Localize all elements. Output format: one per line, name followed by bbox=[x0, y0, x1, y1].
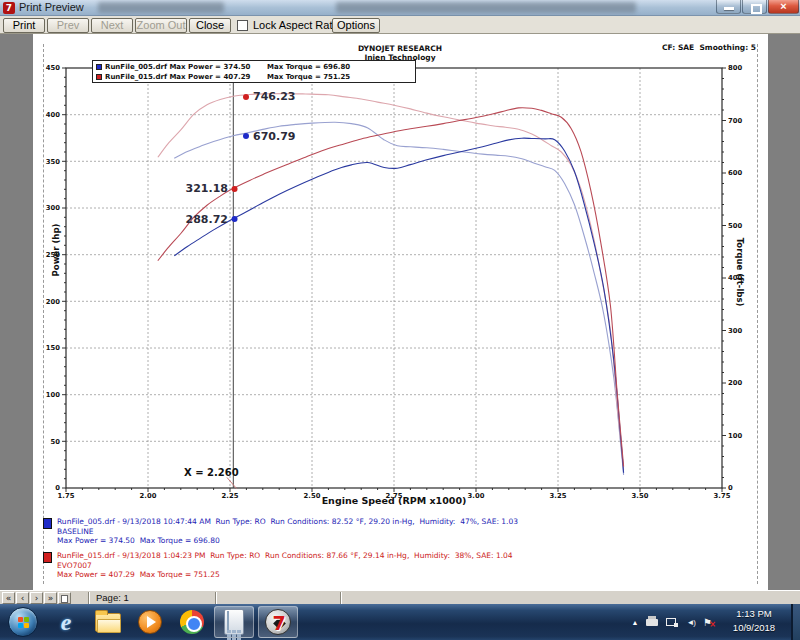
svg-text:100: 100 bbox=[46, 391, 60, 399]
svg-text:2.00: 2.00 bbox=[140, 492, 157, 500]
svg-text:800: 800 bbox=[728, 64, 742, 72]
windows-logo-icon bbox=[18, 617, 29, 628]
legend-row: RunFile_005.drf Max Power = 374.50 Max T… bbox=[96, 62, 415, 72]
svg-text:200: 200 bbox=[728, 379, 742, 387]
page-indicator: Page: 1 bbox=[96, 592, 129, 603]
svg-text:600: 600 bbox=[728, 169, 742, 177]
svg-text:200: 200 bbox=[46, 298, 60, 306]
lock-aspect-checkbox[interactable] bbox=[237, 20, 248, 31]
svg-text:3.50: 3.50 bbox=[632, 492, 649, 500]
taskbar-internet-explorer[interactable]: e bbox=[46, 607, 86, 637]
dynojet-icon: 7 bbox=[265, 609, 291, 635]
taskbar-dynojet-winpep[interactable]: 7 bbox=[258, 606, 298, 638]
x-axis-title: Engine Speed (RPM x1000) bbox=[294, 495, 494, 506]
run-annotation-baseline: RunFile_005.drf - 9/13/2018 10:47:44 AM … bbox=[43, 517, 518, 546]
svg-text:350: 350 bbox=[46, 158, 60, 166]
svg-text:0: 0 bbox=[728, 484, 733, 492]
svg-text:700: 700 bbox=[728, 117, 742, 125]
svg-text:1.75: 1.75 bbox=[58, 492, 75, 500]
statusbar-divider bbox=[340, 592, 342, 604]
cursor-value-288.72: 288.72 bbox=[186, 213, 238, 226]
prev-button[interactable]: Prev bbox=[47, 18, 89, 33]
run-swatch-icon bbox=[43, 552, 52, 563]
svg-text:0: 0 bbox=[55, 484, 60, 492]
minimize-button[interactable] bbox=[716, 0, 741, 14]
svg-text:2.25: 2.25 bbox=[222, 492, 239, 500]
redacted-title-text bbox=[98, 2, 224, 13]
options-button[interactable]: Options bbox=[332, 18, 380, 33]
statusbar: « ‹ › » Page: 1 bbox=[0, 590, 800, 604]
chart-brand: DYNOJET RESEARCH bbox=[300, 44, 500, 53]
svg-text:150: 150 bbox=[46, 344, 60, 352]
tray-expand-icon[interactable]: ▲ bbox=[632, 619, 639, 626]
run-annotation-evo7007: RunFile_015.drf - 9/13/2018 1:04:23 PM R… bbox=[43, 551, 513, 580]
correction-factor-label: CF: SAE Smoothing: 5 bbox=[580, 43, 756, 52]
taskbar-calculator[interactable] bbox=[214, 606, 254, 638]
svg-text:400: 400 bbox=[46, 111, 60, 119]
svg-text:450: 450 bbox=[46, 64, 60, 72]
redacted-title-text bbox=[336, 2, 636, 13]
print-button[interactable]: Print bbox=[3, 18, 45, 33]
next-button[interactable]: Next bbox=[91, 18, 133, 33]
svg-text:3.75: 3.75 bbox=[714, 492, 731, 500]
toolbar: Print Prev Next Zoom Out Close Lock Aspe… bbox=[0, 16, 800, 34]
internet-explorer-icon: e bbox=[61, 609, 72, 636]
svg-text:300: 300 bbox=[46, 204, 60, 212]
run-swatch-icon bbox=[43, 518, 52, 529]
action-center-flag-icon[interactable]: ⚑× bbox=[703, 617, 712, 628]
svg-text:100: 100 bbox=[728, 432, 742, 440]
statusbar-divider bbox=[88, 592, 90, 604]
svg-text:50: 50 bbox=[51, 438, 61, 446]
legend-swatch-red bbox=[96, 74, 102, 80]
lock-aspect-label: Lock Aspect Ratio bbox=[253, 19, 341, 31]
system-tray: ▲ ◄) ⚑× bbox=[632, 604, 713, 640]
clock-time: 1:13 PM bbox=[722, 607, 786, 621]
svg-text:3.25: 3.25 bbox=[550, 492, 567, 500]
cursor-value-670.79: 670.79 bbox=[243, 130, 295, 143]
app-icon: 7 bbox=[3, 2, 15, 14]
statusbar-divider bbox=[215, 592, 217, 604]
cursor-value-321.18: 321.18 bbox=[186, 182, 238, 195]
taskbar-clock[interactable]: 1:13 PM 10/9/2018 bbox=[722, 607, 786, 635]
taskbar-media-player[interactable] bbox=[130, 607, 170, 637]
window-title: Print Preview bbox=[19, 1, 84, 13]
calculator-icon bbox=[224, 609, 244, 635]
taskbar-chrome[interactable] bbox=[172, 607, 212, 637]
show-desktop-button[interactable] bbox=[791, 604, 800, 640]
svg-text:500: 500 bbox=[728, 222, 742, 230]
chrome-icon bbox=[180, 610, 204, 634]
cursor-x-label: X = 2.260 bbox=[184, 467, 239, 478]
restore-button[interactable] bbox=[742, 0, 767, 14]
close-button[interactable]: Close bbox=[189, 18, 231, 33]
prev-page-button[interactable]: ‹ bbox=[16, 592, 29, 604]
cursor-value-746.23: 746.23 bbox=[243, 90, 295, 103]
torque-axis-title: Torque (ft-lbs) bbox=[735, 238, 745, 307]
legend-row: RunFile_015.drf Max Power = 407.29 Max T… bbox=[96, 72, 415, 82]
taskbar-file-explorer[interactable] bbox=[88, 607, 128, 637]
folder-icon bbox=[95, 613, 121, 632]
next-page-button[interactable]: › bbox=[30, 592, 43, 604]
network-icon[interactable] bbox=[666, 618, 678, 627]
media-player-icon bbox=[138, 610, 162, 634]
dyno-chart: 1.752.002.252.502.753.003.253.503.754504… bbox=[0, 34, 800, 590]
page-setup-button[interactable] bbox=[58, 592, 71, 604]
close-window-button[interactable]: × bbox=[768, 0, 799, 14]
legend-swatch-blue bbox=[96, 64, 102, 70]
chart-legend: RunFile_005.drf Max Power = 374.50 Max T… bbox=[92, 60, 416, 83]
power-axis-title: Power (hp) bbox=[51, 224, 61, 277]
speaker-icon[interactable]: ◄) bbox=[686, 618, 695, 627]
start-button[interactable] bbox=[8, 607, 38, 637]
first-page-button[interactable]: « bbox=[2, 592, 15, 604]
printer-icon[interactable] bbox=[646, 619, 658, 626]
last-page-button[interactable]: » bbox=[44, 592, 57, 604]
clock-date: 10/9/2018 bbox=[722, 621, 786, 635]
svg-text:300: 300 bbox=[728, 327, 742, 335]
titlebar: 7 Print Preview × bbox=[0, 0, 800, 16]
taskbar: e 7 ▲ ◄) ⚑× 1:13 PM 10/9/2018 bbox=[0, 604, 800, 640]
page-icon bbox=[61, 595, 68, 603]
screen: 7 Print Preview × Print Prev Next Zoom O… bbox=[0, 0, 800, 640]
zoom-out-button[interactable]: Zoom Out bbox=[135, 18, 187, 33]
